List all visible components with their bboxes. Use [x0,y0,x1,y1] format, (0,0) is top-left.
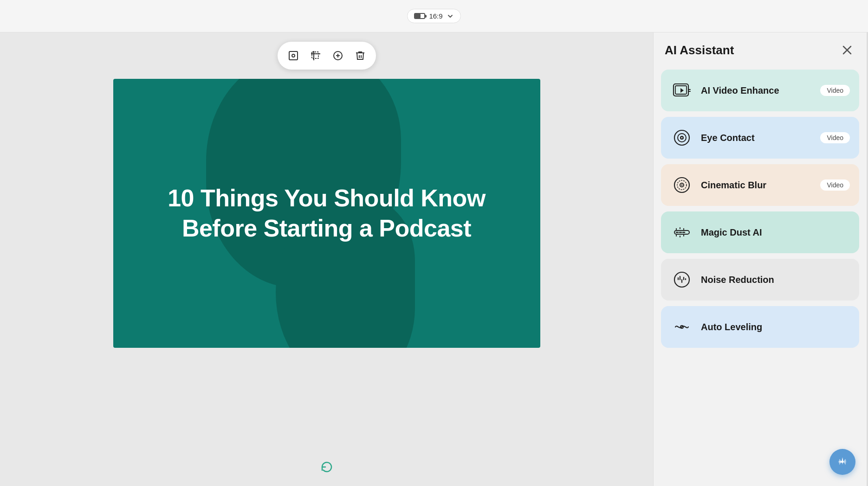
ai-video-enhance-badge: Video [820,85,850,96]
svg-point-37 [842,461,843,463]
auto-leveling-name: Auto Leveling [701,322,850,333]
close-button[interactable] [839,42,855,58]
ai-video-enhance-name: AI Video Enhance [701,85,813,96]
floating-toolbar [278,42,376,70]
video-canvas: 10 Things You Should Know Before Startin… [113,79,540,348]
aspect-ratio-label: 16:9 [429,12,442,20]
noise-reduction-icon [670,268,693,291]
cinematic-blur-badge: Video [820,179,850,191]
feature-card-eye-contact[interactable]: Eye Contact Video [661,117,859,159]
feature-card-noise-reduction[interactable]: Noise Reduction [661,259,859,301]
cinematic-blur-name: Cinematic Blur [701,180,813,191]
svg-point-19 [681,185,683,186]
eye-contact-name: Eye Contact [701,133,813,143]
feature-card-auto-leveling[interactable]: Auto Leveling [661,306,859,348]
delete-button[interactable] [350,45,370,66]
cinematic-blur-icon [670,173,693,197]
refresh-button[interactable] [320,460,334,477]
svg-point-1 [292,54,295,57]
feature-card-cinematic-blur[interactable]: Cinematic Blur Video [661,164,859,206]
video-title: 10 Things You Should Know Before Startin… [164,183,489,243]
features-list: AI Video Enhance Video Eye Contact Video [654,66,867,486]
feature-card-magic-dust-ai[interactable]: Magic Dust AI [661,211,859,253]
main-content: 10 Things You Should Know Before Startin… [0,32,868,486]
canvas-area: 10 Things You Should Know Before Startin… [0,32,653,486]
feature-card-ai-video-enhance[interactable]: AI Video Enhance Video [661,70,859,111]
crop-button[interactable] [305,45,326,66]
auto-leveling-icon [670,315,693,339]
add-button[interactable] [328,45,348,66]
chevron-down-icon [447,13,454,20]
ai-video-enhance-icon [670,79,693,102]
sparkle-fab-button[interactable] [829,449,855,475]
panel-header: AI Assistant [654,32,867,66]
right-panel: AI Assistant AI Vide [653,32,867,486]
magic-dust-ai-icon [670,221,693,244]
eye-contact-icon [670,126,693,149]
magic-dust-ai-name: Magic Dust AI [701,227,850,238]
frame-select-button[interactable] [283,45,304,66]
svg-rect-0 [289,51,298,60]
battery-icon [414,13,425,19]
canvas-bottom [320,460,334,477]
svg-point-15 [681,137,683,139]
aspect-ratio-selector[interactable]: 16:9 [407,9,460,23]
top-bar: 16:9 [0,0,868,32]
svg-rect-2 [312,52,318,58]
panel-title: AI Assistant [665,43,734,58]
eye-contact-badge: Video [820,132,850,143]
noise-reduction-name: Noise Reduction [701,275,850,285]
